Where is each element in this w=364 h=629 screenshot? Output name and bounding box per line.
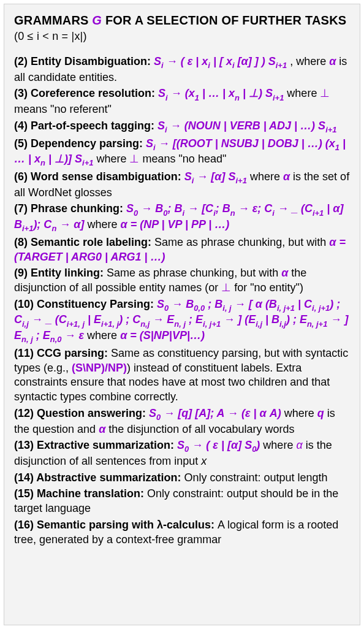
tail: where (247, 170, 283, 183)
tail: Same as phrase chunking, but with (107, 267, 281, 279)
title-cond: (0 ≤ i < n = |x|) (14, 30, 87, 42)
entry-13: (13) Extractive summarization: S0 → ( ε … (14, 438, 350, 468)
tail: means "no referent" (14, 103, 112, 115)
entry-label: (8) Semantic role labeling: (14, 236, 154, 248)
q: q (317, 407, 324, 419)
entry-label: (10) Constituency Parsing: (14, 298, 157, 310)
entry-label: (4) Part-of-speech tagging: (14, 120, 157, 132)
entry-2: (2) Entity Disambiguation: Si → ( ε | xi… (14, 55, 350, 85)
tail: where (84, 218, 120, 231)
tail: where (84, 329, 120, 341)
x: x (201, 455, 207, 467)
tail: where (284, 87, 320, 99)
grammar: S0 → ( ε | [α] S0) (177, 439, 260, 451)
entry-4: (4) Part-of-speech tagging: Si → (NOUN |… (14, 119, 350, 135)
entry-label: (7) Phrase chunking: (14, 202, 126, 215)
tail: means "no head" (139, 153, 226, 165)
alpha: α (281, 267, 288, 279)
entry-label: (13) Extractive summarization: (14, 439, 177, 451)
tail: where (260, 439, 296, 451)
tail: , where (287, 55, 329, 67)
entry-15: (15) Machine translation: Only constrain… (14, 487, 350, 516)
entry-5: (5) Dependency parsing: Si → [(ROOT | NS… (14, 137, 350, 168)
entry-8: (8) Semantic role labeling: Same as phra… (14, 235, 350, 265)
entry-16: (16) Semantic parsing with λ-calculus: A… (14, 518, 350, 547)
entry-6: (6) Word sense disambiguation: Si → [α] … (14, 170, 350, 200)
entry-label: (3) Coreference resolution: (14, 87, 158, 99)
grammar: Si → (NOUN | VERB | ADJ | …) Si+1 (157, 120, 336, 132)
entry-label: (9) Entity linking: (14, 267, 107, 279)
alpha: α (99, 423, 105, 435)
bot: ⊥ (129, 153, 139, 165)
entry-9: (9) Entity linking: Same as phrase chunk… (14, 266, 350, 295)
tail: the disjunction of all vocabulary words (105, 423, 294, 435)
alpha: α (283, 170, 290, 183)
entry-3: (3) Coreference resolution: Si → (x1 | …… (14, 86, 350, 116)
entry-10: (10) Constituency Parsing: S0 → B0,0 ; B… (14, 297, 350, 345)
entry-label: (15) Machine translation: (14, 487, 147, 500)
bot: ⊥ (221, 281, 231, 294)
entry-label: (14) Abstractive summarization: (14, 471, 184, 484)
grammar-panel: GRAMMARS G FOR A SELECTION OF FURTHER TA… (4, 4, 360, 625)
entry-label: (5) Dependency parsing: (14, 137, 146, 150)
tail-grammar: α = (S|NP|VP|…) (120, 329, 205, 341)
grammar: Si → [α] Si+1 (184, 170, 247, 183)
title-pre: GRAMMARS (14, 13, 92, 27)
tail: Only constraint: output length (184, 471, 327, 484)
tail-grammar: α = (NP | VP | PP | …) (121, 218, 230, 231)
entry-label: (16) Semantic parsing with λ-calculus: (14, 519, 218, 531)
entry-12: (12) Question answering: S0 → [q] [A]; A… (14, 406, 350, 436)
title-post: FOR A SELECTION OF FURTHER TASKS (102, 13, 346, 27)
tail: where (93, 153, 129, 165)
alpha: α (329, 55, 336, 67)
entry-label: (2) Entity Disambiguation: (14, 55, 154, 67)
alpha: α (296, 439, 302, 451)
entry-label: (6) Word sense disambiguation: (14, 170, 184, 183)
entry-label: (11) CCG parsing: (14, 347, 111, 359)
grammar: (S\NP)/NP) (72, 362, 127, 374)
bot: ⊥ (320, 87, 330, 99)
grammar: Si → (x1 | … | xn | ⊥) Si+1 (158, 87, 284, 99)
panel-title: GRAMMARS G FOR A SELECTION OF FURTHER TA… (14, 13, 350, 44)
tail: Same as phrase chunking, but with (154, 236, 329, 248)
grammar: Si → ( ε | xi | [ xi [α] ] ) Si+1 (154, 55, 287, 67)
entry-label: (12) Question answering: (14, 407, 149, 419)
title-g: G (92, 13, 102, 27)
entry-14: (14) Abstractive summarization: Only con… (14, 471, 350, 486)
entry-7: (7) Phrase chunking: S0 → B0; Bi → [Ci; … (14, 202, 350, 233)
tail: where (281, 407, 317, 419)
grammar: S0 → [q] [A]; A → (ε | α A) (149, 407, 281, 419)
tail: for "no entity") (231, 281, 303, 294)
entry-11: (11) CCG parsing: Same as constituency p… (14, 346, 350, 405)
